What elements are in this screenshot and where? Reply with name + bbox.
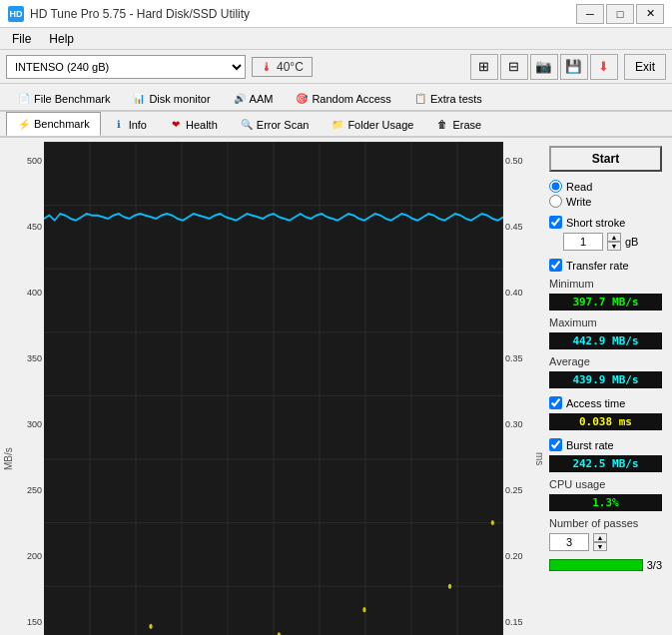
short-stroke-input[interactable]	[563, 233, 603, 251]
tabs-row2: ⚡ Benchmark ℹ Info ❤ Health 🔍 Error Scan…	[0, 112, 672, 138]
chart-plot: www.ssd-tester.com.au	[44, 142, 503, 635]
extra-tests-icon: 📋	[413, 92, 427, 106]
burst-rate-value: 242.5 MB/s	[549, 455, 662, 472]
transfer-rate-checkbox[interactable]	[549, 259, 562, 272]
short-stroke-checkbox[interactable]	[549, 216, 562, 229]
health-icon: ❤	[169, 118, 183, 132]
drive-select[interactable]: INTENSO (240 gB)	[6, 55, 246, 79]
toolbar-btn-2[interactable]: ⊟	[500, 54, 528, 80]
temperature-display: 🌡 40°C	[252, 57, 313, 77]
y-axis-right-label: ms	[535, 142, 543, 635]
toolbar-icons: ⊞ ⊟ 📷 💾 ⬇	[470, 54, 618, 80]
minimum-value: 397.7 MB/s	[549, 294, 662, 311]
tab-erase[interactable]: 🗑 Erase	[424, 112, 492, 136]
toolbar: INTENSO (240 gB) 🌡 40°C ⊞ ⊟ 📷 💾 ⬇ Exit	[0, 50, 672, 84]
passes-label: Number of passes	[549, 517, 662, 529]
short-stroke-spinner: ▲ ▼ gB	[563, 233, 662, 251]
menu-file[interactable]: File	[4, 30, 39, 48]
short-stroke-label: Short stroke	[566, 217, 625, 229]
folder-usage-icon: 📁	[331, 118, 344, 132]
start-button[interactable]: Start	[549, 146, 662, 172]
progress-container: 3/3	[549, 559, 662, 571]
main-content: MB/s 500 450 400 350 300 250 200 150 100…	[0, 138, 672, 635]
svg-point-53	[362, 607, 365, 612]
passes-spinner: ▲ ▼	[549, 533, 662, 551]
tab-folder-usage[interactable]: 📁 Folder Usage	[320, 112, 424, 136]
y-axis-left-label: MB/s	[4, 142, 12, 635]
tab-disk-monitor[interactable]: 📊 Disk monitor	[121, 86, 221, 110]
progress-bar	[549, 559, 643, 571]
passes-spinner-up[interactable]: ▲	[593, 533, 607, 542]
chart-row: MB/s 500 450 400 350 300 250 200 150 100…	[4, 142, 543, 635]
passes-spinner-down[interactable]: ▼	[593, 542, 607, 551]
file-benchmark-icon: 📄	[17, 92, 31, 106]
maximum-label: Maximum	[549, 317, 662, 328]
average-label: Average	[549, 355, 662, 367]
scatter-high	[107, 520, 494, 635]
toolbar-btn-3[interactable]: 📷	[530, 54, 558, 80]
read-label: Read	[566, 181, 592, 193]
tab-aam[interactable]: 🔊 AAM	[222, 86, 285, 110]
spinner-up[interactable]: ▲	[607, 233, 621, 242]
tab-benchmark[interactable]: ⚡ Benchmark	[6, 112, 101, 136]
toolbar-btn-5[interactable]: ⬇	[590, 54, 618, 80]
menu-help[interactable]: Help	[41, 30, 82, 48]
write-radio-row: Write	[549, 195, 662, 208]
read-radio-row: Read	[549, 180, 662, 193]
toolbar-btn-1[interactable]: ⊞	[470, 54, 498, 80]
disk-monitor-icon: 📊	[132, 92, 146, 106]
write-radio[interactable]	[549, 195, 562, 208]
title-bar: HD HD Tune Pro 5.75 - Hard Disk/SSD Util…	[0, 0, 672, 28]
tab-file-benchmark[interactable]: 📄 File Benchmark	[6, 86, 121, 110]
tab-health[interactable]: ❤ Health	[158, 112, 229, 136]
burst-rate-row: Burst rate	[549, 438, 662, 451]
menu-bar: File Help	[0, 28, 672, 50]
transfer-rate-row: Transfer rate	[549, 259, 662, 272]
maximize-button[interactable]: □	[606, 4, 634, 24]
tab-error-scan[interactable]: 🔍 Error Scan	[229, 112, 321, 136]
benchmark-icon: ⚡	[17, 117, 31, 131]
minimize-button[interactable]: ─	[576, 4, 604, 24]
svg-point-51	[448, 584, 451, 589]
right-panel: Start Read Write Short stroke ▲ ▼ gB	[543, 142, 668, 635]
tabs-row1: 📄 File Benchmark 📊 Disk monitor 🔊 AAM 🎯 …	[0, 84, 672, 112]
app-title: HD Tune Pro 5.75 - Hard Disk/SSD Utility	[30, 7, 250, 21]
chart-svg	[44, 142, 503, 635]
passes-spinner-buttons: ▲ ▼	[593, 533, 607, 551]
access-time-row: Access time	[549, 396, 662, 409]
tab-random-access[interactable]: 🎯 Random Access	[284, 86, 401, 110]
write-label: Write	[566, 196, 591, 208]
svg-point-50	[491, 520, 494, 525]
burst-rate-label: Burst rate	[566, 439, 614, 451]
maximum-value: 442.9 MB/s	[549, 332, 662, 349]
access-time-label: Access time	[566, 397, 625, 409]
burst-rate-checkbox[interactable]	[549, 438, 562, 451]
transfer-rate-label: Transfer rate	[566, 260, 629, 272]
erase-icon: 🗑	[435, 118, 449, 132]
random-access-icon: 🎯	[295, 92, 309, 106]
access-time-checkbox[interactable]	[549, 396, 562, 409]
svg-point-58	[149, 624, 152, 629]
y-axis-right-ticks: 0.50 0.45 0.40 0.35 0.30 0.25 0.20 0.15 …	[503, 142, 535, 635]
app-icon: HD	[8, 6, 24, 22]
aam-icon: 🔊	[233, 92, 247, 106]
short-stroke-unit: gB	[625, 236, 638, 248]
access-time-value: 0.038 ms	[549, 413, 662, 430]
cpu-usage-value: 1.3%	[549, 494, 662, 511]
chart-section: MB/s 500 450 400 350 300 250 200 150 100…	[4, 142, 543, 635]
exit-button[interactable]: Exit	[624, 54, 666, 80]
toolbar-btn-4[interactable]: 💾	[560, 54, 588, 80]
close-button[interactable]: ✕	[636, 4, 664, 24]
info-icon: ℹ	[112, 118, 126, 132]
read-radio[interactable]	[549, 180, 562, 193]
spinner-down[interactable]: ▼	[607, 242, 621, 251]
progress-text: 3/3	[647, 559, 662, 571]
tab-info[interactable]: ℹ Info	[101, 112, 158, 136]
read-write-group: Read Write	[549, 180, 662, 208]
tab-extra-tests[interactable]: 📋 Extra tests	[402, 86, 493, 110]
y-axis-left-container: MB/s	[4, 142, 12, 635]
passes-input[interactable]	[549, 533, 589, 551]
average-value: 439.9 MB/s	[549, 371, 662, 388]
spinner-buttons: ▲ ▼	[607, 233, 621, 251]
title-bar-controls: ─ □ ✕	[576, 4, 664, 24]
